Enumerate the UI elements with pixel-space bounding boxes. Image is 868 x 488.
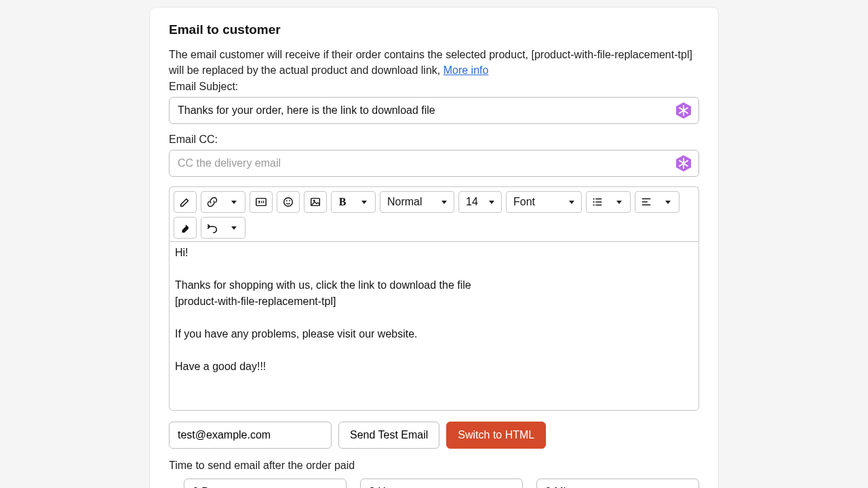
- svg-point-13: [313, 200, 315, 202]
- link-icon[interactable]: [201, 192, 223, 212]
- bold-dropdown[interactable]: [353, 192, 375, 212]
- svg-point-10: [286, 201, 288, 202]
- svg-rect-21: [642, 201, 648, 202]
- test-email-input[interactable]: [169, 422, 332, 449]
- image-icon[interactable]: [304, 192, 326, 212]
- delay-row: 0 Days 3 Hours 0 Minutes: [169, 479, 699, 488]
- svg-rect-22: [642, 205, 651, 205]
- cc-label: Email CC:: [169, 134, 699, 146]
- delay-minutes-select[interactable]: 0 Minutes: [536, 479, 699, 488]
- card-title: Email to customer: [169, 22, 699, 37]
- align-dropdown[interactable]: [657, 192, 679, 212]
- bold-button[interactable]: B: [332, 192, 353, 212]
- subject-input[interactable]: [169, 97, 699, 124]
- editor-toolbar: B Normal 14 Font: [169, 186, 699, 241]
- email-body-editor[interactable]: Hi! Thanks for shopping with us, click t…: [169, 241, 699, 411]
- ai-suggest-icon[interactable]: [675, 155, 692, 172]
- align-icon[interactable]: [635, 192, 657, 212]
- clear-format-icon[interactable]: [174, 218, 196, 238]
- svg-rect-8: [256, 199, 266, 206]
- template-variable-icon[interactable]: [250, 192, 272, 212]
- svg-rect-15: [595, 199, 601, 199]
- svg-point-9: [284, 198, 293, 207]
- list-icon[interactable]: [587, 192, 608, 212]
- font-family-value: Font: [513, 196, 535, 208]
- font-family-select[interactable]: Font: [507, 192, 581, 212]
- font-size-select[interactable]: 14: [459, 192, 501, 212]
- subject-label: Email Subject:: [169, 81, 699, 93]
- font-size-value: 14: [466, 196, 478, 208]
- test-email-row: Send Test Email Switch to HTML: [169, 422, 699, 449]
- email-settings-card: Email to customer The email customer wil…: [149, 7, 719, 488]
- svg-rect-19: [595, 205, 601, 205]
- delay-hours-select[interactable]: 3 Hours: [360, 479, 523, 488]
- cc-input[interactable]: [169, 150, 699, 177]
- link-dropdown[interactable]: [223, 192, 245, 212]
- send-test-email-button[interactable]: Send Test Email: [338, 422, 439, 449]
- card-description: The email customer will receive if their…: [169, 47, 699, 78]
- more-info-link[interactable]: More info: [443, 64, 489, 76]
- svg-point-11: [289, 201, 290, 202]
- cc-field-wrap: [169, 150, 699, 177]
- svg-point-14: [593, 199, 595, 200]
- undo-icon[interactable]: [201, 218, 223, 238]
- subject-field-wrap: [169, 97, 699, 124]
- list-dropdown[interactable]: [608, 192, 630, 212]
- svg-rect-17: [595, 202, 601, 203]
- svg-point-18: [593, 205, 595, 206]
- undo-dropdown[interactable]: [223, 218, 245, 238]
- delay-days-select[interactable]: 0 Days: [184, 479, 347, 488]
- paragraph-style-select[interactable]: Normal: [380, 192, 454, 212]
- svg-rect-20: [642, 199, 651, 199]
- delay-label: Time to send email after the order paid: [169, 460, 699, 472]
- emoji-icon[interactable]: [277, 192, 299, 212]
- switch-to-html-button[interactable]: Switch to HTML: [446, 422, 546, 449]
- paragraph-style-value: Normal: [387, 196, 422, 208]
- svg-point-16: [593, 201, 595, 203]
- ai-suggest-icon[interactable]: [675, 102, 692, 119]
- edit-pencil-icon[interactable]: [174, 192, 196, 212]
- description-text: The email customer will receive if their…: [169, 49, 692, 76]
